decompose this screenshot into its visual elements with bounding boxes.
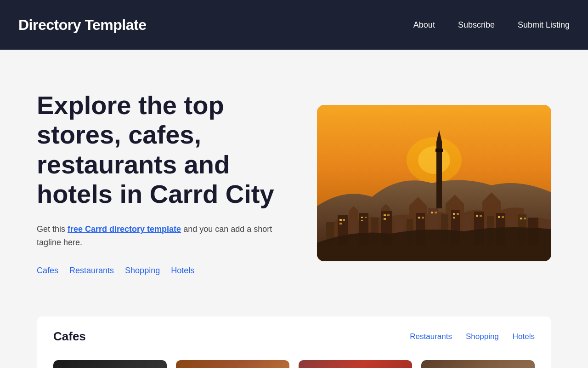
svg-rect-36 (422, 217, 424, 218)
svg-rect-35 (418, 217, 420, 218)
section-link-hotels[interactable]: Hotels (513, 332, 535, 341)
hero-tag-hotels[interactable]: Hotels (171, 266, 194, 276)
svg-rect-44 (498, 216, 500, 218)
nav-submit-listing[interactable]: Submit Listing (518, 20, 570, 30)
svg-rect-46 (520, 218, 522, 219)
navbar-links: About Subscribe Submit Listing (413, 20, 570, 30)
svg-rect-47 (524, 218, 526, 219)
svg-rect-45 (502, 216, 504, 218)
city-svg (317, 105, 551, 261)
svg-rect-32 (384, 214, 386, 216)
hero-description: Get this free Carrd directory template a… (37, 223, 294, 249)
svg-rect-28 (339, 223, 342, 224)
section-title-cafes: Cafes (53, 329, 86, 344)
svg-rect-31 (361, 220, 363, 221)
hero-tag-cafes[interactable]: Cafes (37, 266, 58, 276)
svg-rect-26 (339, 219, 342, 221)
nav-subscribe[interactable]: Subscribe (458, 20, 495, 30)
section-header: Cafes Restaurants Shopping Hotels (53, 329, 535, 344)
site-brand[interactable]: Directory Template (18, 17, 147, 34)
cafe-card-1[interactable] (53, 360, 167, 368)
hero-city-image (317, 105, 551, 261)
cafe-card-2[interactable] (176, 360, 289, 368)
svg-rect-34 (384, 218, 386, 220)
hero-section: Explore the top stores, cafes, restauran… (0, 50, 588, 316)
cafes-card-strip (37, 353, 551, 368)
hero-tag-restaurants[interactable]: Restaurants (69, 266, 114, 276)
svg-rect-30 (365, 217, 367, 218)
svg-rect-42 (476, 215, 478, 217)
svg-rect-38 (435, 212, 437, 213)
svg-rect-39 (453, 213, 455, 215)
navbar: Directory Template About Subscribe Submi… (0, 0, 588, 50)
svg-rect-27 (343, 219, 345, 221)
cafe-card-3[interactable] (299, 360, 412, 368)
hero-title: Explore the top stores, cafes, restauran… (37, 91, 294, 209)
svg-rect-40 (457, 213, 459, 215)
svg-rect-25 (435, 149, 443, 152)
nav-about[interactable]: About (413, 20, 435, 30)
cafe-card-4[interactable] (421, 360, 535, 368)
svg-point-2 (418, 146, 450, 174)
section-link-shopping[interactable]: Shopping (466, 332, 499, 341)
hero-description-prefix: Get this (37, 224, 68, 234)
hero-content: Explore the top stores, cafes, restauran… (37, 91, 294, 276)
hero-image-container (317, 105, 551, 261)
section-nav-links: Restaurants Shopping Hotels (410, 332, 535, 341)
hero-tag-shopping[interactable]: Shopping (125, 266, 160, 276)
svg-rect-37 (431, 212, 433, 213)
hero-description-link[interactable]: free Carrd directory template (68, 224, 181, 234)
svg-rect-41 (453, 217, 455, 218)
svg-rect-43 (480, 215, 482, 217)
cafes-section: Cafes Restaurants Shopping Hotels (37, 316, 551, 353)
svg-rect-29 (361, 217, 363, 218)
hero-tags: Cafes Restaurants Shopping Hotels (37, 266, 294, 276)
svg-rect-33 (387, 214, 390, 216)
section-link-restaurants[interactable]: Restaurants (410, 332, 452, 341)
